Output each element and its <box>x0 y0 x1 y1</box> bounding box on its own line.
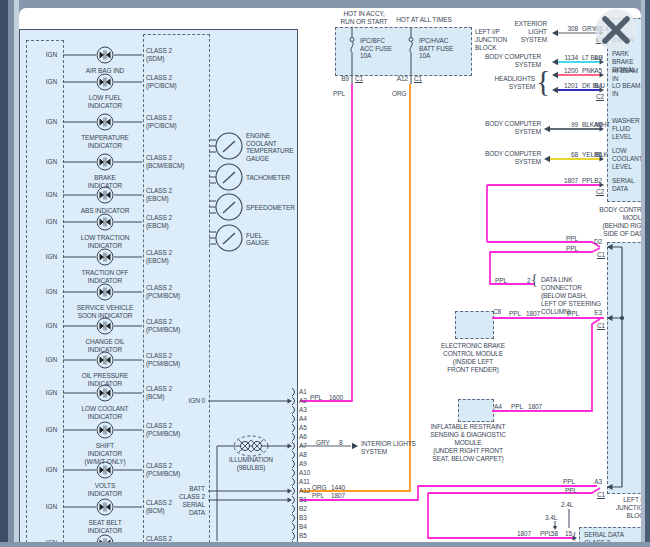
window-left-edge-light <box>14 0 19 547</box>
window-top-edge <box>0 0 650 8</box>
window-right-edge <box>645 0 650 547</box>
window-left-edge <box>0 0 8 547</box>
close-icon[interactable] <box>593 7 640 53</box>
wiring-svg <box>0 0 650 547</box>
app-window: IGNAIR BAG INDCLASS 2(SDM)IGNLOW FUELIND… <box>0 0 650 547</box>
window-bottom-edge <box>0 542 650 547</box>
